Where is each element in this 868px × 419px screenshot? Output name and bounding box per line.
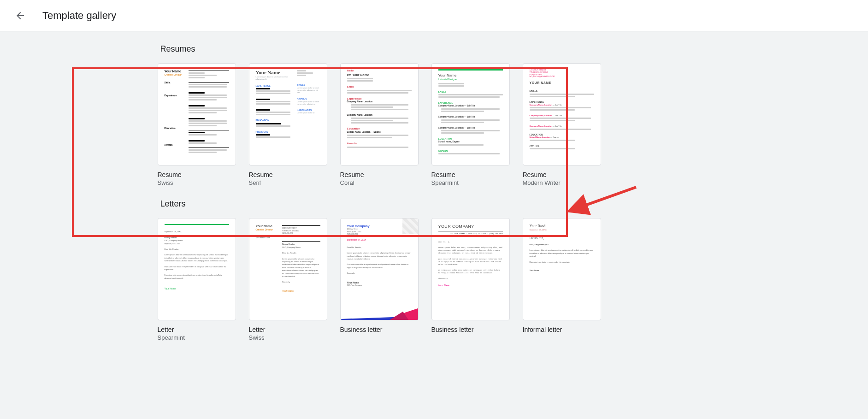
template-card-coral[interactable]: Hello I'm Your Name Skills Experience Co… bbox=[340, 63, 419, 186]
template-subtitle: Modern Writer bbox=[523, 179, 601, 186]
template-title: Letter bbox=[249, 326, 327, 333]
section-letters: Letters September 04, 20XXRonny ReaderCE… bbox=[158, 186, 711, 341]
cards-resumes: Your Name Creative Director Skills Exper… bbox=[158, 63, 711, 186]
template-title: Business letter bbox=[340, 326, 419, 333]
section-title-resumes: Resumes bbox=[160, 44, 711, 54]
page-title: Template gallery bbox=[42, 10, 116, 22]
template-card-business-letter-2[interactable]: YOUR COMPANY 123 YOUR STREET · YOUR CITY… bbox=[431, 218, 510, 341]
thumbnail: Your Name Industrial Designer SKILLS EXP… bbox=[431, 63, 510, 165]
template-title: Resume bbox=[158, 171, 236, 178]
template-subtitle: Spearmint bbox=[431, 179, 510, 186]
template-title: Resume bbox=[431, 171, 510, 178]
thumbnail: Hello I'm Your Name Skills Experience Co… bbox=[340, 63, 419, 165]
back-button[interactable] bbox=[11, 6, 30, 25]
thumbnail: Your Name Creative Director Skills Exper… bbox=[158, 63, 236, 165]
template-card-spearmint[interactable]: Your Name Industrial Designer SKILLS EXP… bbox=[431, 63, 510, 186]
template-subtitle: Serif bbox=[249, 179, 327, 186]
template-card-letter-swiss[interactable]: Your Name Creative Director SEPTEMBER 20… bbox=[249, 218, 327, 341]
template-title: Business letter bbox=[431, 326, 510, 333]
template-card-informal-letter[interactable]: Your Band September 04, 20XX Hello fan, … bbox=[523, 218, 601, 341]
template-card-letter-spearmint[interactable]: September 04, 20XXRonny ReaderCEO, Compa… bbox=[158, 218, 236, 341]
thumbnail: September 04, 20XXRonny ReaderCEO, Compa… bbox=[158, 218, 236, 320]
section-resumes: Resumes Your Name Creative Director Skil… bbox=[158, 31, 711, 186]
template-title: Resume bbox=[340, 171, 419, 178]
template-card-swiss[interactable]: Your Name Creative Director Skills Exper… bbox=[158, 63, 236, 186]
template-title: Resume bbox=[249, 171, 327, 178]
template-subtitle: Swiss bbox=[158, 179, 236, 186]
template-title: Informal letter bbox=[523, 326, 601, 333]
template-subtitle: Coral bbox=[340, 179, 419, 186]
section-title-letters: Letters bbox=[160, 199, 711, 209]
thumbnail: Your Company 123 Your StreetYour City, S… bbox=[340, 218, 419, 320]
template-subtitle: Spearmint bbox=[158, 334, 236, 341]
thumbnail: 123 YOUR STREETYOUR CITY, ST 12345(123) … bbox=[523, 63, 601, 165]
template-subtitle: Swiss bbox=[249, 334, 327, 341]
cards-letters: September 04, 20XXRonny ReaderCEO, Compa… bbox=[158, 218, 711, 341]
thumbnail: Your Name Creative Director SEPTEMBER 20… bbox=[249, 218, 327, 320]
template-title: Letter bbox=[158, 326, 236, 333]
template-card-modern-writer[interactable]: 123 YOUR STREETYOUR CITY, ST 12345(123) … bbox=[523, 63, 601, 186]
thumbnail: Your Name Lorem ipsum dolor sit amet con… bbox=[249, 63, 327, 165]
template-card-serif[interactable]: Your Name Lorem ipsum dolor sit amet con… bbox=[249, 63, 327, 186]
header-bar: Template gallery bbox=[0, 0, 868, 31]
arrow-back-icon bbox=[15, 10, 26, 21]
template-card-business-letter-1[interactable]: Your Company 123 Your StreetYour City, S… bbox=[340, 218, 419, 341]
thumbnail: YOUR COMPANY 123 YOUR STREET · YOUR CITY… bbox=[431, 218, 510, 320]
thumbnail: Your Band September 04, 20XX Hello fan, … bbox=[523, 218, 601, 320]
template-title: Resume bbox=[523, 171, 601, 178]
content: Resumes Your Name Creative Director Skil… bbox=[0, 31, 868, 360]
